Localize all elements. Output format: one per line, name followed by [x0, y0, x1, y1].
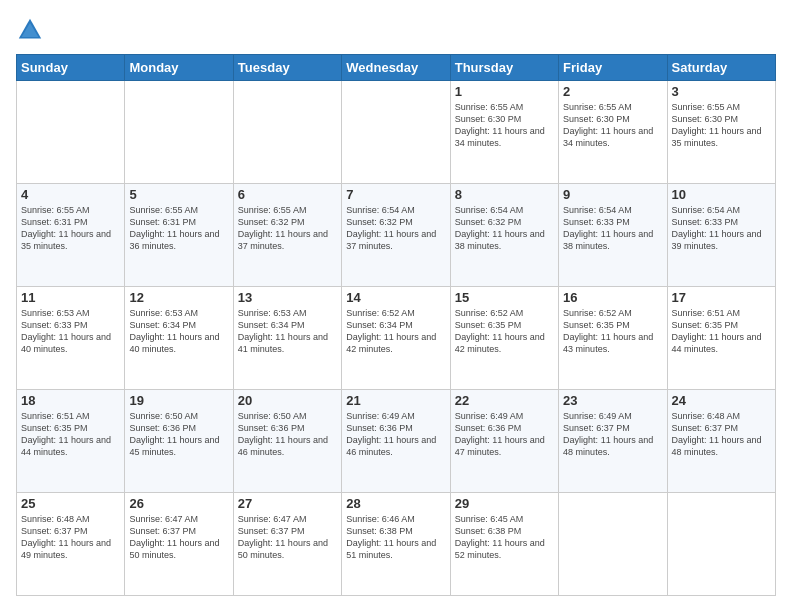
- calendar-cell: [342, 81, 450, 184]
- day-info: Sunrise: 6:52 AM Sunset: 6:35 PM Dayligh…: [563, 307, 662, 356]
- day-number: 19: [129, 393, 228, 408]
- day-info: Sunrise: 6:52 AM Sunset: 6:35 PM Dayligh…: [455, 307, 554, 356]
- day-number: 2: [563, 84, 662, 99]
- day-number: 1: [455, 84, 554, 99]
- calendar-cell: 8Sunrise: 6:54 AM Sunset: 6:32 PM Daylig…: [450, 184, 558, 287]
- day-info: Sunrise: 6:54 AM Sunset: 6:32 PM Dayligh…: [455, 204, 554, 253]
- day-header-tuesday: Tuesday: [233, 55, 341, 81]
- calendar-cell: 12Sunrise: 6:53 AM Sunset: 6:34 PM Dayli…: [125, 287, 233, 390]
- week-row-5: 25Sunrise: 6:48 AM Sunset: 6:37 PM Dayli…: [17, 493, 776, 596]
- day-number: 13: [238, 290, 337, 305]
- day-info: Sunrise: 6:46 AM Sunset: 6:38 PM Dayligh…: [346, 513, 445, 562]
- day-info: Sunrise: 6:55 AM Sunset: 6:31 PM Dayligh…: [21, 204, 120, 253]
- day-number: 17: [672, 290, 771, 305]
- week-row-2: 4Sunrise: 6:55 AM Sunset: 6:31 PM Daylig…: [17, 184, 776, 287]
- day-number: 24: [672, 393, 771, 408]
- calendar-cell: 2Sunrise: 6:55 AM Sunset: 6:30 PM Daylig…: [559, 81, 667, 184]
- calendar-cell: [667, 493, 775, 596]
- day-number: 16: [563, 290, 662, 305]
- day-info: Sunrise: 6:55 AM Sunset: 6:30 PM Dayligh…: [455, 101, 554, 150]
- day-info: Sunrise: 6:53 AM Sunset: 6:33 PM Dayligh…: [21, 307, 120, 356]
- logo-icon: [16, 16, 44, 44]
- day-header-wednesday: Wednesday: [342, 55, 450, 81]
- calendar-cell: [233, 81, 341, 184]
- day-number: 14: [346, 290, 445, 305]
- day-info: Sunrise: 6:55 AM Sunset: 6:32 PM Dayligh…: [238, 204, 337, 253]
- page: SundayMondayTuesdayWednesdayThursdayFrid…: [0, 0, 792, 612]
- calendar-cell: 9Sunrise: 6:54 AM Sunset: 6:33 PM Daylig…: [559, 184, 667, 287]
- calendar-cell: 4Sunrise: 6:55 AM Sunset: 6:31 PM Daylig…: [17, 184, 125, 287]
- week-row-3: 11Sunrise: 6:53 AM Sunset: 6:33 PM Dayli…: [17, 287, 776, 390]
- day-number: 6: [238, 187, 337, 202]
- day-number: 20: [238, 393, 337, 408]
- calendar-cell: 7Sunrise: 6:54 AM Sunset: 6:32 PM Daylig…: [342, 184, 450, 287]
- calendar-cell: 28Sunrise: 6:46 AM Sunset: 6:38 PM Dayli…: [342, 493, 450, 596]
- day-number: 3: [672, 84, 771, 99]
- day-info: Sunrise: 6:54 AM Sunset: 6:32 PM Dayligh…: [346, 204, 445, 253]
- day-info: Sunrise: 6:51 AM Sunset: 6:35 PM Dayligh…: [21, 410, 120, 459]
- day-info: Sunrise: 6:54 AM Sunset: 6:33 PM Dayligh…: [672, 204, 771, 253]
- calendar-cell: 15Sunrise: 6:52 AM Sunset: 6:35 PM Dayli…: [450, 287, 558, 390]
- calendar-cell: 13Sunrise: 6:53 AM Sunset: 6:34 PM Dayli…: [233, 287, 341, 390]
- day-header-saturday: Saturday: [667, 55, 775, 81]
- header: [16, 16, 776, 44]
- day-number: 4: [21, 187, 120, 202]
- calendar-cell: 6Sunrise: 6:55 AM Sunset: 6:32 PM Daylig…: [233, 184, 341, 287]
- day-info: Sunrise: 6:50 AM Sunset: 6:36 PM Dayligh…: [129, 410, 228, 459]
- calendar-cell: 18Sunrise: 6:51 AM Sunset: 6:35 PM Dayli…: [17, 390, 125, 493]
- week-row-4: 18Sunrise: 6:51 AM Sunset: 6:35 PM Dayli…: [17, 390, 776, 493]
- day-info: Sunrise: 6:47 AM Sunset: 6:37 PM Dayligh…: [129, 513, 228, 562]
- day-info: Sunrise: 6:48 AM Sunset: 6:37 PM Dayligh…: [21, 513, 120, 562]
- day-header-friday: Friday: [559, 55, 667, 81]
- calendar-cell: 16Sunrise: 6:52 AM Sunset: 6:35 PM Dayli…: [559, 287, 667, 390]
- calendar-cell: 29Sunrise: 6:45 AM Sunset: 6:38 PM Dayli…: [450, 493, 558, 596]
- calendar-cell: 25Sunrise: 6:48 AM Sunset: 6:37 PM Dayli…: [17, 493, 125, 596]
- day-info: Sunrise: 6:55 AM Sunset: 6:30 PM Dayligh…: [563, 101, 662, 150]
- day-info: Sunrise: 6:49 AM Sunset: 6:36 PM Dayligh…: [455, 410, 554, 459]
- calendar-cell: 26Sunrise: 6:47 AM Sunset: 6:37 PM Dayli…: [125, 493, 233, 596]
- calendar-cell: 22Sunrise: 6:49 AM Sunset: 6:36 PM Dayli…: [450, 390, 558, 493]
- calendar-cell: 27Sunrise: 6:47 AM Sunset: 6:37 PM Dayli…: [233, 493, 341, 596]
- calendar-cell: [559, 493, 667, 596]
- calendar-cell: 5Sunrise: 6:55 AM Sunset: 6:31 PM Daylig…: [125, 184, 233, 287]
- day-number: 8: [455, 187, 554, 202]
- calendar-cell: 20Sunrise: 6:50 AM Sunset: 6:36 PM Dayli…: [233, 390, 341, 493]
- day-number: 10: [672, 187, 771, 202]
- day-info: Sunrise: 6:55 AM Sunset: 6:31 PM Dayligh…: [129, 204, 228, 253]
- day-number: 29: [455, 496, 554, 511]
- day-header-thursday: Thursday: [450, 55, 558, 81]
- day-number: 22: [455, 393, 554, 408]
- day-info: Sunrise: 6:53 AM Sunset: 6:34 PM Dayligh…: [238, 307, 337, 356]
- calendar-cell: 11Sunrise: 6:53 AM Sunset: 6:33 PM Dayli…: [17, 287, 125, 390]
- day-info: Sunrise: 6:49 AM Sunset: 6:36 PM Dayligh…: [346, 410, 445, 459]
- day-header-monday: Monday: [125, 55, 233, 81]
- day-number: 27: [238, 496, 337, 511]
- calendar-cell: 24Sunrise: 6:48 AM Sunset: 6:37 PM Dayli…: [667, 390, 775, 493]
- day-number: 25: [21, 496, 120, 511]
- calendar-table: SundayMondayTuesdayWednesdayThursdayFrid…: [16, 54, 776, 596]
- day-info: Sunrise: 6:49 AM Sunset: 6:37 PM Dayligh…: [563, 410, 662, 459]
- calendar-cell: [17, 81, 125, 184]
- calendar-cell: 10Sunrise: 6:54 AM Sunset: 6:33 PM Dayli…: [667, 184, 775, 287]
- week-row-1: 1Sunrise: 6:55 AM Sunset: 6:30 PM Daylig…: [17, 81, 776, 184]
- day-info: Sunrise: 6:48 AM Sunset: 6:37 PM Dayligh…: [672, 410, 771, 459]
- calendar-cell: 23Sunrise: 6:49 AM Sunset: 6:37 PM Dayli…: [559, 390, 667, 493]
- day-info: Sunrise: 6:50 AM Sunset: 6:36 PM Dayligh…: [238, 410, 337, 459]
- day-number: 23: [563, 393, 662, 408]
- day-number: 7: [346, 187, 445, 202]
- calendar-cell: [125, 81, 233, 184]
- days-header-row: SundayMondayTuesdayWednesdayThursdayFrid…: [17, 55, 776, 81]
- day-info: Sunrise: 6:52 AM Sunset: 6:34 PM Dayligh…: [346, 307, 445, 356]
- day-info: Sunrise: 6:53 AM Sunset: 6:34 PM Dayligh…: [129, 307, 228, 356]
- day-header-sunday: Sunday: [17, 55, 125, 81]
- day-info: Sunrise: 6:47 AM Sunset: 6:37 PM Dayligh…: [238, 513, 337, 562]
- day-number: 26: [129, 496, 228, 511]
- calendar-cell: 3Sunrise: 6:55 AM Sunset: 6:30 PM Daylig…: [667, 81, 775, 184]
- day-number: 15: [455, 290, 554, 305]
- calendar-cell: 14Sunrise: 6:52 AM Sunset: 6:34 PM Dayli…: [342, 287, 450, 390]
- logo: [16, 16, 48, 44]
- day-number: 9: [563, 187, 662, 202]
- day-number: 11: [21, 290, 120, 305]
- day-info: Sunrise: 6:55 AM Sunset: 6:30 PM Dayligh…: [672, 101, 771, 150]
- day-number: 18: [21, 393, 120, 408]
